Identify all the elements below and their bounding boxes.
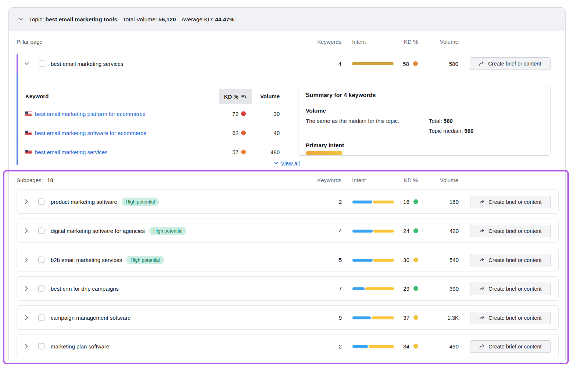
keywords-count: 7 — [339, 286, 342, 292]
chevron-right-icon — [25, 258, 28, 262]
pillar-page-label[interactable]: Pillar page — [17, 39, 43, 46]
volume-value: 30 — [273, 110, 280, 117]
kd-value: 62 — [232, 130, 239, 136]
chevron-right-icon — [25, 315, 28, 320]
us-flag-icon — [25, 111, 32, 116]
forward-arrow-icon — [479, 344, 485, 349]
intent-bar — [352, 316, 394, 319]
summary-title: Summary for 4 keywords — [306, 92, 376, 99]
keyword-table-header: Keyword KD % Volume — [18, 89, 289, 104]
subpages-label[interactable]: Subpages: — [17, 177, 43, 184]
subpage-row: b2b email marketing servicesHigh potenti… — [17, 248, 559, 272]
row-checkbox[interactable] — [39, 61, 45, 67]
volume-value: 480 — [270, 149, 280, 155]
subpage-title: product marketing software — [51, 199, 117, 205]
volume-value: 160 — [449, 199, 459, 205]
forward-arrow-icon — [479, 199, 485, 205]
expand-row-button[interactable] — [24, 257, 29, 263]
expand-row-button[interactable] — [24, 343, 29, 349]
keyword-link[interactable]: best email marketing services — [35, 149, 108, 155]
keyword-table: Keyword KD % Volume best email marketing… — [18, 89, 289, 162]
create-brief-button[interactable]: Create brief or content — [470, 254, 551, 266]
forward-arrow-icon — [479, 286, 485, 291]
summary-primary-intent-heading: Primary intent — [306, 142, 344, 149]
subpage-title: best crm for drip campaigns — [51, 286, 119, 292]
collapse-topic-button[interactable] — [17, 15, 25, 24]
summary-topic-median: Topic median:580 — [429, 128, 474, 134]
forward-arrow-icon — [479, 61, 485, 66]
keyword-link[interactable]: best email marketing platform for ecomme… — [35, 110, 146, 117]
expand-row-button[interactable] — [24, 228, 29, 234]
keywords-column-header: Keywords — [317, 176, 341, 184]
collapse-row-button[interactable] — [24, 61, 30, 67]
row-checkbox[interactable] — [38, 343, 44, 350]
kd-column-header: KD % — [404, 176, 418, 184]
sort-descending-icon — [241, 94, 247, 99]
chevron-down-icon — [274, 162, 278, 164]
create-brief-button[interactable]: Create brief or content — [470, 312, 551, 324]
intent-bar — [352, 62, 394, 65]
view-all-link[interactable]: View all — [281, 160, 300, 166]
summary-total: Total:580 — [429, 118, 453, 124]
kd-value: 58 — [403, 61, 409, 67]
kd-score-dot — [413, 286, 418, 291]
create-brief-button[interactable]: Create brief or content — [470, 196, 551, 208]
summary-panel: Summary for 4 keywords Volume The same a… — [298, 86, 551, 156]
row-checkbox[interactable] — [38, 315, 44, 321]
create-brief-button[interactable]: Create brief or content — [470, 283, 551, 295]
row-checkbox[interactable] — [38, 257, 44, 263]
keywords-count: 4 — [339, 228, 342, 234]
subpage-title: digital marketing software for agencies — [51, 228, 145, 234]
keyword-link[interactable]: best email marketing software for ecomme… — [35, 130, 146, 136]
row-checkbox[interactable] — [38, 286, 44, 292]
kd-value: 29 — [403, 286, 409, 292]
summary-volume-description: The same as the median for this topic. — [306, 118, 399, 124]
subpage-row: marketing plan software 2 34 490 Create … — [17, 334, 559, 358]
kd-column-header: KD % — [404, 38, 418, 46]
row-checkbox[interactable] — [38, 228, 44, 234]
kd-value: 72 — [232, 110, 239, 117]
create-brief-button[interactable]: Create brief or content — [470, 340, 551, 353]
expand-row-button[interactable] — [24, 315, 29, 320]
create-brief-button[interactable]: Create brief or content — [470, 57, 551, 70]
us-flag-icon — [25, 150, 32, 154]
volume-column-header: Volume — [440, 176, 458, 184]
kd-score-dot — [413, 315, 418, 320]
intent-bar — [352, 345, 394, 348]
chevron-right-icon — [25, 286, 28, 291]
pillar-row-title: best email marketing services — [51, 61, 123, 67]
chevron-right-icon — [25, 344, 28, 348]
us-flag-icon — [25, 131, 32, 135]
kd-score-dot — [413, 228, 418, 233]
view-all-row: View all — [9, 159, 565, 167]
subpages-count: 18 — [47, 177, 53, 183]
kd-score-dot — [241, 150, 246, 155]
subpage-row: digital marketing software for agenciesH… — [17, 219, 559, 243]
volume-value: 1.3K — [447, 315, 459, 321]
subpage-title: b2b email marketing services — [51, 257, 122, 263]
topic-title: Topic:best email marketing tools — [29, 16, 117, 23]
kd-value: 16 — [403, 199, 409, 205]
intent-pill — [306, 151, 343, 155]
expand-row-button[interactable] — [24, 199, 29, 205]
expand-row-button[interactable] — [24, 286, 29, 291]
keywords-count: 9 — [339, 315, 342, 321]
kd-score-dot — [413, 344, 418, 349]
keywords-count: 4 — [338, 61, 341, 67]
kd-score-dot — [241, 130, 246, 135]
row-checkbox[interactable] — [38, 199, 44, 205]
forward-arrow-icon — [479, 228, 485, 234]
volume-value: 420 — [449, 228, 459, 234]
chevron-right-icon — [25, 199, 28, 204]
kd-sort-header[interactable]: KD % — [219, 89, 252, 104]
keywords-count: 2 — [339, 199, 342, 205]
kd-score-dot — [413, 258, 418, 262]
keyword-row: best email marketing platform for ecomme… — [18, 104, 289, 123]
kd-value: 24 — [403, 228, 409, 234]
intent-bar — [352, 287, 394, 290]
total-volume: Total Volume:56,120 — [123, 16, 176, 23]
chevron-down-icon — [19, 18, 24, 21]
volume-value: 40 — [273, 130, 280, 136]
keyword-row: best email marketing software for ecomme… — [18, 123, 289, 142]
create-brief-button[interactable]: Create brief or content — [470, 225, 551, 237]
